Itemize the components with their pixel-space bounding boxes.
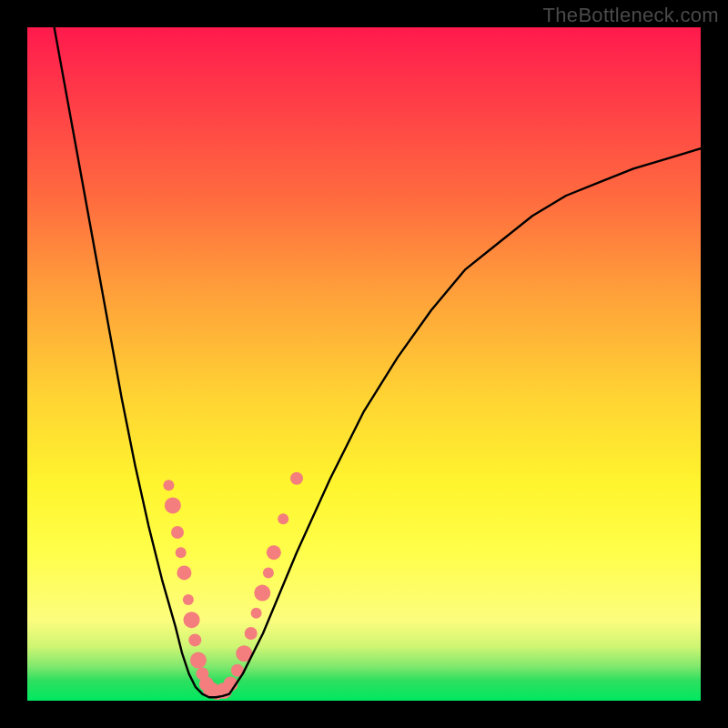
highlight-marker: [183, 594, 194, 605]
highlight-marker: [267, 545, 281, 560]
chart-plot-area: [27, 27, 701, 701]
watermark-text: TheBottleneck.com: [543, 4, 719, 27]
highlight-marker: [251, 608, 262, 619]
highlight-marker: [176, 547, 187, 558]
curve-layer: [55, 27, 701, 697]
highlight-marker: [165, 497, 181, 513]
highlight-marker: [184, 612, 200, 628]
highlight-marker: [177, 565, 191, 580]
highlight-marker: [278, 513, 288, 524]
highlight-marker: [190, 652, 207, 669]
highlight-marker: [163, 480, 174, 490]
highlight-marker: [263, 567, 274, 578]
chart-svg: [27, 27, 701, 701]
highlight-marker: [188, 633, 201, 646]
highlight-marker: [254, 585, 270, 602]
highlight-marker: [245, 627, 258, 640]
bottleneck-curve: [55, 27, 701, 697]
highlight-marker: [290, 472, 303, 485]
chart-frame: TheBottleneck.com: [0, 0, 728, 728]
highlight-marker: [171, 526, 184, 539]
